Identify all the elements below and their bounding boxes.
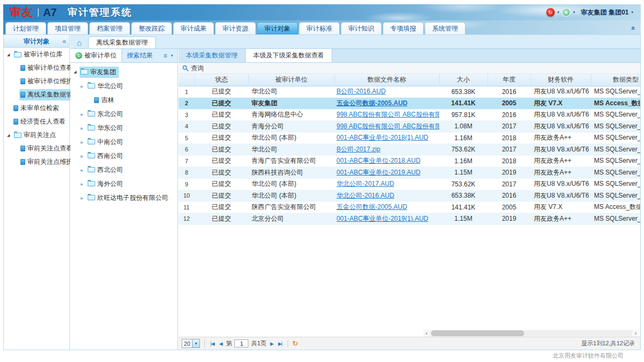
tab-local-and-sub-data-view[interactable]: 本级及下级采集数据查看 (245, 49, 332, 62)
caret-expanded-icon[interactable]: ◢ (7, 53, 13, 57)
column-header[interactable]: 年度 (488, 74, 531, 86)
table-row[interactable]: 1已提交华北公司B公司-2016.AUD653.38K2016用友U8 V8.x… (178, 86, 640, 98)
module-tab[interactable]: 专项填报 (383, 22, 424, 34)
file-link[interactable]: 001-ABC事业单位-2019.AUD (337, 169, 420, 176)
file-link[interactable]: 华北公司-2016.AUD (337, 192, 394, 199)
table-row[interactable]: 6已提交华北公司B公司-2017.zip753.62K2017用友U8 V8.x… (178, 144, 640, 156)
tree-item[interactable]: ▸华北公司 (70, 79, 177, 93)
page-size-select[interactable]: 20 ▼ (182, 339, 200, 348)
column-header[interactable]: 数据文件名称 (334, 74, 439, 86)
column-header[interactable]: 大小 (439, 74, 488, 86)
table-row[interactable]: 4已提交青海分公司998 ABC股份有限公司 ABC股份有限公司1.08M201… (178, 121, 640, 133)
module-tab[interactable]: 审计知识 (341, 22, 382, 34)
file-link[interactable]: 五金公司数据-2005.AUD (337, 99, 407, 107)
caret-collapsed-icon[interactable]: ▸ (81, 153, 87, 159)
module-tab[interactable]: 审计对象 (257, 22, 298, 34)
last-page-button[interactable]: ▶| (277, 341, 283, 346)
refresh-icon[interactable]: ↻ (292, 339, 298, 347)
caret-collapsed-icon[interactable]: ▸ (81, 181, 87, 187)
tree-item[interactable]: 审前关注点维护 (4, 155, 69, 169)
user-org-label[interactable]: 审友集团 集团01 (581, 8, 629, 17)
tree-item[interactable]: 审前关注点查看 (4, 142, 69, 155)
file-link[interactable]: 五金公司数据-2005.AUD (337, 203, 407, 211)
scroll-right-icon[interactable]: › (632, 330, 639, 337)
table-row[interactable]: 9已提交华北公司 (本部)华北公司-2017.AUD753.62K2017用友U… (178, 178, 640, 190)
module-tab[interactable]: 审计资源 (215, 22, 256, 34)
tree-item[interactable]: ▸西北公司 (70, 163, 177, 177)
caret-collapsed-icon[interactable]: ▸ (81, 195, 87, 201)
tree-item[interactable]: ◢审前关注点 (4, 128, 69, 142)
dropdown-icon[interactable]: ▾ (171, 53, 173, 58)
tree-item[interactable]: 未审单位检索 (4, 102, 69, 115)
table-row[interactable]: 11已提交陕西广告实业有限公司五金公司数据-2005.AUD141.41K200… (178, 201, 640, 213)
column-header[interactable] (178, 74, 195, 86)
tree-item[interactable]: ▸海外公司 (70, 177, 177, 191)
scroll-left-icon[interactable]: ‹ (423, 330, 430, 337)
column-header[interactable]: 财务软件 (531, 74, 591, 86)
tree-item[interactable]: 经济责任人查看 (4, 115, 69, 128)
caret-expanded-icon[interactable]: ◢ (74, 70, 80, 74)
file-link[interactable]: B公司-2016.AUD (337, 88, 385, 95)
table-row[interactable]: 2已提交审友集团五金公司数据-2005.AUD141.41K2005用友 V7.… (178, 98, 640, 110)
file-link[interactable]: B公司-2017.zip (337, 146, 380, 153)
first-page-button[interactable]: |◀ (209, 341, 215, 346)
table-row[interactable]: 12已提交北京分公司001-ABC事业单位-2019(1).AUD1.15M20… (178, 213, 640, 225)
module-tab[interactable]: 整改跟踪 (131, 22, 172, 34)
next-page-button[interactable]: ▶ (269, 341, 275, 346)
column-header[interactable]: 状态 (195, 74, 248, 86)
table-row[interactable]: 10已提交华北公司 (本部)华北公司-2016.AUD653.38K2016用友… (178, 190, 640, 202)
file-link[interactable]: 华北公司-2017.AUD (337, 180, 394, 187)
module-tab[interactable]: 项目管理 (47, 22, 88, 34)
file-link[interactable]: 998 ABC股份有限公司 ABC股份有限公司 (337, 122, 439, 130)
caret-collapsed-icon[interactable]: ▸ (81, 111, 87, 117)
file-link[interactable]: 001-ABC事业单位-2018(1).AUD (337, 134, 428, 141)
column-header[interactable]: 数据类型 (591, 74, 640, 86)
module-tab[interactable]: 系统管理 (425, 22, 466, 34)
tree-item[interactable]: 离线采集数据管理 (4, 88, 69, 102)
tab-search-results[interactable]: 搜索结果 (122, 49, 158, 62)
page-tab-active[interactable]: 离线采集数据管理 (88, 37, 156, 48)
collapse-tabs-icon[interactable]: « (629, 26, 638, 30)
table-row[interactable]: 8已提交陕西科技咨询公司001-ABC事业单位-2019.AUD1.15M201… (178, 167, 640, 179)
tree-item[interactable]: ▸华东公司 (70, 121, 177, 135)
table-row[interactable]: 3已提交青海网络信息中心998 ABC股份有限公司 ABC股份有限公司957.8… (178, 109, 640, 121)
prev-page-button[interactable]: ◀ (218, 341, 224, 346)
caret-expanded-icon[interactable]: ◢ (7, 133, 13, 137)
query-button[interactable]: 查询 (182, 64, 204, 73)
hotline-icon[interactable]: ↻ (546, 8, 555, 17)
chevron-down-icon[interactable]: ▾ (573, 10, 575, 15)
tree-item[interactable]: ▸中南公司 (70, 135, 177, 149)
tree-item[interactable]: ◢被审计单位库 (4, 48, 69, 61)
column-header[interactable]: 被审计单位 (248, 74, 334, 86)
sidebar-collapse-icon[interactable]: « (62, 35, 66, 48)
chevron-down-icon[interactable]: ▾ (631, 10, 633, 15)
tree-item[interactable]: 被审计单位维护 (4, 75, 69, 88)
module-tab[interactable]: 审计标准 (299, 22, 340, 34)
table-row[interactable]: 7已提交青海广告实业有限公司001-ABC事业单位-2018.AUD1.16M2… (178, 155, 640, 167)
caret-collapsed-icon[interactable]: ▸ (81, 167, 87, 173)
file-link[interactable]: 001-ABC事业单位-2018.AUD (337, 157, 420, 164)
menu-icon[interactable]: ≡ (163, 52, 167, 60)
table-row[interactable]: 5已提交华北公司 (本部)001-ABC事业单位-2018(1).AUD1.16… (178, 132, 640, 144)
file-link[interactable]: 998 ABC股份有限公司 ABC股份有限公司 (337, 111, 439, 118)
caret-collapsed-icon[interactable]: ▸ (81, 125, 87, 131)
tab-local-data-manage[interactable]: 本级采集数据管理 (178, 49, 245, 62)
caret-collapsed-icon[interactable]: ▸ (81, 139, 87, 145)
tree-item[interactable]: ▸西南公司 (70, 149, 177, 163)
chevron-down-icon[interactable]: ▾ (557, 10, 560, 15)
tree-item[interactable]: 被审计单位查看 (4, 61, 69, 75)
tree-item[interactable]: 吉林 (70, 93, 177, 107)
module-tab[interactable]: 计划管理 (5, 22, 46, 34)
scrollbar-thumb[interactable] (431, 330, 524, 336)
tree-item[interactable]: ▸东北公司 (70, 107, 177, 121)
file-link[interactable]: 001-ABC事业单位-2019(1).AUD (337, 215, 428, 222)
tab-audited-units[interactable]: ↻ 被审计单位 (70, 49, 122, 62)
home-icon[interactable]: ⌂ (77, 39, 82, 47)
page-number-input[interactable] (234, 339, 248, 347)
scrollbar-track[interactable] (430, 330, 632, 336)
tree-item[interactable]: ◢审友集团 (70, 65, 177, 79)
star-icon[interactable]: ★ (562, 8, 570, 17)
module-tab[interactable]: 档案管理 (89, 22, 130, 34)
tree-item[interactable]: ▸欣旺达电子股份有限公司 (70, 191, 177, 205)
caret-collapsed-icon[interactable]: ▸ (81, 83, 87, 89)
